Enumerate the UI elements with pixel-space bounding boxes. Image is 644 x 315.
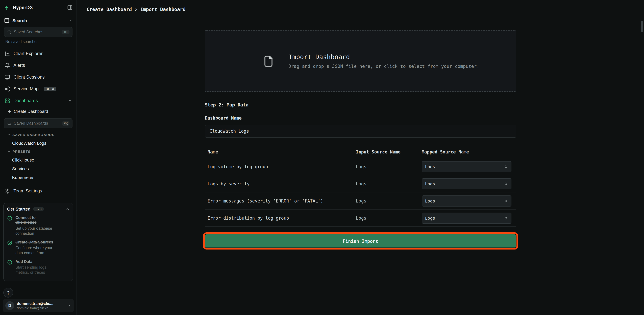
- mapped-source-select[interactable]: Logs: [422, 178, 511, 189]
- group-label-text: SAVED DASHBOARDS: [12, 133, 54, 137]
- get-started-title: Get Started: [7, 206, 30, 212]
- chevron-right-icon: [68, 304, 71, 307]
- plus-icon: [8, 110, 12, 114]
- service-map-icon: [5, 86, 10, 92]
- panel-collapse-icon: [67, 5, 72, 10]
- breadcrumb[interactable]: Create Dashboard > Import Dashboard: [86, 7, 186, 12]
- profile-menu[interactable]: D dominic.tran@clic... dominic.tran@clic…: [3, 299, 74, 312]
- preset-item-label: Services: [12, 166, 29, 171]
- finish-import-button[interactable]: Finish Import: [205, 234, 516, 247]
- selected-value: Logs: [425, 181, 435, 186]
- create-dashboard-label: Create Dashboard: [14, 109, 48, 114]
- preset-item-services[interactable]: Services: [4, 164, 72, 173]
- hyperdx-logo-icon: [4, 4, 10, 11]
- select-chevrons-icon: [504, 181, 508, 186]
- sidebar-item-team-settings[interactable]: Team Settings: [4, 185, 72, 197]
- select-chevrons-icon: [504, 164, 508, 169]
- search-section-icon: [4, 18, 10, 23]
- app-logo[interactable]: HyperDX: [4, 4, 33, 11]
- step-title: Create Data Sources: [16, 240, 56, 244]
- chevron-up-icon: [68, 99, 72, 102]
- sidebar-item-client-sessions[interactable]: Client Sessions: [4, 71, 72, 83]
- help-button[interactable]: ?: [3, 288, 13, 297]
- chart-explorer-icon: [5, 51, 10, 56]
- nav-label: Client Sessions: [14, 75, 45, 80]
- saved-dashboards-input[interactable]: Saved Dashboards ⌘K: [4, 118, 72, 128]
- column-header-input-source: Input Source Name: [356, 149, 422, 154]
- column-header-mapped-source: Mapped Source Name: [422, 149, 516, 154]
- table-row: Error messages (severity 'ERROR' or 'FAT…: [205, 192, 516, 210]
- shortcut-badge: ⌘K: [62, 30, 70, 34]
- sidebar-item-chart-explorer[interactable]: Chart Explorer: [4, 48, 72, 60]
- input-source-name: Logs: [356, 198, 422, 203]
- nav-label: Alerts: [14, 63, 25, 68]
- selected-value: Logs: [425, 164, 435, 169]
- get-started-card: Get Started 3/3 Connect to ClickHouse Se…: [3, 203, 73, 281]
- sidebar-item-alerts[interactable]: Alerts: [4, 60, 72, 71]
- logo-row: HyperDX: [4, 0, 72, 15]
- team-settings-label: Team Settings: [14, 188, 42, 193]
- dashboard-name-label: Dashboard Name: [205, 116, 516, 121]
- topbar: Create Dashboard > Import Dashboard: [77, 0, 644, 19]
- chart-name: Error messages (severity 'ERROR' or 'FAT…: [205, 198, 356, 203]
- search-section-label: Search: [12, 18, 27, 23]
- selected-value: Logs: [425, 215, 435, 220]
- presets-group[interactable]: PRESETS: [4, 147, 72, 155]
- saved-searches-placeholder: Saved Searches: [14, 30, 60, 34]
- select-chevrons-icon: [504, 199, 508, 203]
- scrollbar-thumb[interactable]: [641, 21, 643, 32]
- step-description: Start sending logs, metrics, or traces: [16, 265, 58, 275]
- sidebar-section-search[interactable]: Search: [4, 15, 72, 26]
- sidebar-collapse-button[interactable]: [67, 5, 72, 10]
- dashboard-name-input[interactable]: [205, 125, 516, 138]
- sidebar-item-service-map[interactable]: Service Map BETA: [4, 83, 72, 95]
- get-started-step-add-data[interactable]: Add Data Start sending logs, metrics, or…: [7, 259, 70, 275]
- saved-dashboards-group[interactable]: SAVED DASHBOARDS: [4, 131, 72, 139]
- select-chevrons-icon: [504, 216, 508, 220]
- get-started-header[interactable]: Get Started 3/3: [7, 206, 70, 212]
- preset-item-kubernetes[interactable]: Kubernetes: [4, 173, 72, 182]
- saved-searches-input[interactable]: Saved Searches ⌘K: [4, 27, 72, 37]
- nav-label: Service Map: [14, 86, 38, 91]
- check-circle-icon: [7, 216, 12, 221]
- preset-item-label: ClickHouse: [12, 157, 34, 162]
- column-header-name: Name: [205, 149, 356, 154]
- mapped-source-select[interactable]: Logs: [422, 161, 511, 172]
- search-icon: [7, 121, 12, 125]
- input-source-name: Logs: [356, 164, 422, 169]
- get-started-step-sources[interactable]: Create Data Sources Configure where your…: [7, 240, 70, 255]
- dashboards-grid-icon: [5, 98, 10, 103]
- monitor-icon: [5, 74, 10, 80]
- app-window: HyperDX Search Saved Searches ⌘K No save…: [0, 0, 644, 315]
- group-label-text: PRESETS: [12, 149, 30, 153]
- shortcut-badge: ⌘K: [62, 121, 70, 125]
- nav-label: Chart Explorer: [14, 51, 42, 56]
- no-saved-searches-text: No saved searches: [4, 39, 72, 48]
- chevron-down-icon: [8, 150, 10, 153]
- step-title: Add Data: [16, 259, 56, 264]
- bell-icon: [5, 63, 10, 68]
- table-header-row: Name Input Source Name Mapped Source Nam…: [205, 146, 516, 158]
- avatar: D: [5, 301, 14, 310]
- dashboard-item-cloudwatch-logs[interactable]: CloudWatch Logs: [4, 139, 72, 147]
- dashboard-item-label: CloudWatch Logs: [12, 141, 46, 146]
- create-dashboard-button[interactable]: Create Dashboard: [4, 106, 72, 117]
- step-title: Connect to ClickHouse: [16, 215, 56, 225]
- selected-value: Logs: [425, 198, 435, 203]
- chart-name: Logs by severity: [205, 181, 356, 186]
- preset-item-clickhouse[interactable]: ClickHouse: [4, 155, 72, 164]
- search-icon: [7, 30, 12, 34]
- chevron-up-icon: [66, 207, 70, 211]
- input-source-name: Logs: [356, 215, 422, 220]
- nav-label: Dashboards: [14, 98, 38, 103]
- get-started-progress-badge: 3/3: [33, 207, 44, 211]
- chart-name: Log volume by log group: [205, 164, 356, 169]
- mapped-source-select[interactable]: Logs: [422, 212, 511, 223]
- content: Import Dashboard Drag and drop a JSON fi…: [77, 19, 644, 315]
- mapped-source-select[interactable]: Logs: [422, 195, 511, 206]
- sidebar: HyperDX Search Saved Searches ⌘K No save…: [0, 0, 77, 315]
- sidebar-item-dashboards[interactable]: Dashboards: [4, 95, 72, 106]
- saved-dashboards-placeholder: Saved Dashboards: [14, 121, 60, 126]
- import-dropzone[interactable]: Import Dashboard Drag and drop a JSON fi…: [205, 30, 516, 92]
- get-started-step-connect[interactable]: Connect to ClickHouse Set up your databa…: [7, 215, 70, 236]
